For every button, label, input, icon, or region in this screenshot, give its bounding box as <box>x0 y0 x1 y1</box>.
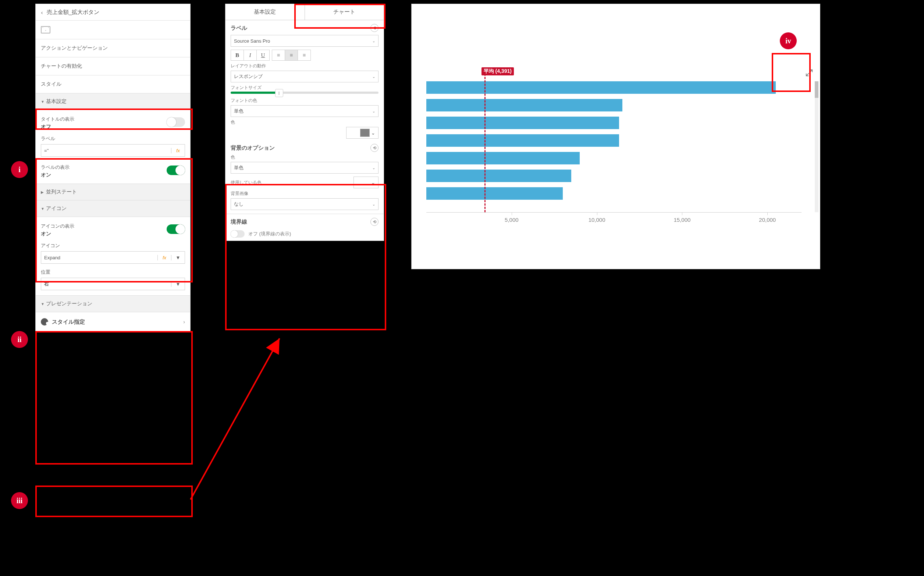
x-axis <box>426 212 801 213</box>
show-label-toggle[interactable] <box>166 165 185 175</box>
border-section-head: 境界線 ⟲ <box>225 214 384 227</box>
show-title-label: タイトルの表示 <box>41 116 74 123</box>
underline-button[interactable]: U <box>257 50 269 60</box>
reset-icon[interactable]: ⟲ <box>371 218 379 226</box>
chevron-down-icon: ⌄ <box>372 39 375 43</box>
bold-button[interactable]: B <box>231 50 244 60</box>
show-label-label: ラベルの表示 <box>41 164 70 171</box>
chevron-down-icon: ⌄ <box>372 166 375 170</box>
callout-ii: ii <box>11 331 28 348</box>
section-basic-body: タイトルの表示 オフ ラベル ='' fx ラベルの表示 オン <box>36 110 190 184</box>
show-icon-label: アイコンの表示 <box>41 223 74 229</box>
back-chevron-icon[interactable]: ‹ <box>38 9 45 16</box>
label-section-head: ラベル ⟲ <box>225 20 384 34</box>
chart-scrollbar[interactable] <box>815 81 818 212</box>
label-field-label: ラベル <box>41 135 185 142</box>
used-color-label: 使用している色 <box>231 179 262 186</box>
chevron-down-icon: ⌄ <box>372 75 375 79</box>
font-family-select[interactable]: Source Sans Pro⌄ <box>231 35 379 47</box>
align-right-button[interactable]: ≡ <box>298 50 310 60</box>
bg-color-short-label: 色 <box>225 154 384 160</box>
slider-knob[interactable]: || <box>275 89 283 97</box>
x-tick-label: 15,000 <box>674 217 691 223</box>
font-size-slider[interactable]: || <box>231 91 379 94</box>
callout-iv: iv <box>780 32 797 49</box>
fx-icon[interactable]: fx <box>157 255 171 261</box>
label-expression-input[interactable]: ='' fx <box>41 144 185 157</box>
bar[interactable] <box>426 99 622 112</box>
redbox-icon-body <box>35 331 193 464</box>
tab-basic[interactable]: 基本設定 <box>225 4 305 20</box>
fx-icon[interactable]: fx <box>171 148 185 154</box>
color-swatch <box>360 129 370 137</box>
section-basic[interactable]: ▼ 基本設定 <box>36 93 190 110</box>
item-style[interactable]: スタイル <box>36 75 190 93</box>
x-tick-label: 20,000 <box>759 217 776 223</box>
bg-options-head: 背景のオプション ⟲ <box>225 140 384 154</box>
show-icon-toggle[interactable] <box>166 224 185 234</box>
border-toggle[interactable] <box>231 230 245 238</box>
icon-select[interactable]: Expand fx ▼ <box>41 251 185 264</box>
bar[interactable] <box>426 81 776 94</box>
chevron-right-icon: › <box>183 319 185 325</box>
bg-color-mode-select[interactable]: 単色⌄ <box>231 162 379 174</box>
svg-line-0 <box>190 338 280 499</box>
message-row[interactable] <box>36 21 190 39</box>
section-icon-body: アイコンの表示 オン アイコン Expand fx ▼ 位置 右 ▼ <box>36 217 190 296</box>
x-tick <box>767 212 768 215</box>
bar[interactable] <box>426 170 571 182</box>
item-actions-navigation[interactable]: アクションとナビゲーション <box>36 39 190 58</box>
expand-icon <box>805 69 813 77</box>
caret-down-icon: ▼ <box>41 302 46 306</box>
bg-color-picker[interactable]: ⌄ <box>353 176 379 188</box>
tabs: 基本設定 チャート <box>225 4 384 20</box>
caret-down-icon: ▼ <box>41 100 46 104</box>
show-icon-value: オン <box>41 230 74 237</box>
format-row: B I U ≡ ≡ ≡ <box>225 48 384 62</box>
expand-button[interactable] <box>803 67 815 79</box>
italic-button[interactable]: I <box>244 50 257 60</box>
section-icon[interactable]: ▼ アイコン <box>36 200 190 217</box>
style-editor-panel: 基本設定 チャート ラベル ⟲ Source Sans Pro⌄ B I U ≡… <box>225 4 384 241</box>
align-left-button[interactable]: ≡ <box>272 50 285 60</box>
panel1-title: 売上金額_拡大ボタン <box>47 9 99 16</box>
dropdown-icon[interactable]: ▼ <box>171 282 185 287</box>
chevron-down-icon: ⌄ <box>371 130 375 136</box>
font-size-label: フォントサイズ <box>225 84 384 91</box>
properties-panel-style: ‹ 売上金額_拡大ボタン アクションとナビゲーション チャートの有効化 スタイル… <box>35 4 190 332</box>
tab-chart[interactable]: チャート <box>305 4 384 20</box>
panel1-header: ‹ 売上金額_拡大ボタン <box>36 4 190 21</box>
item-enable-chart[interactable]: チャートの有効化 <box>36 58 190 75</box>
layout-behavior-label: レイアウトの動作 <box>225 62 384 69</box>
x-tick <box>597 212 597 215</box>
bg-image-label: 背景画像 <box>225 190 384 197</box>
section-presentation[interactable]: ▼ プレゼンテーション <box>36 296 190 312</box>
align-center-button[interactable]: ≡ <box>285 50 298 60</box>
font-color-picker[interactable]: ⌄ <box>346 127 379 139</box>
bg-image-select[interactable]: なし⌄ <box>231 198 379 210</box>
show-title-toggle[interactable] <box>166 117 185 127</box>
bar[interactable] <box>426 117 619 129</box>
x-tick-label: 5,000 <box>505 217 519 223</box>
chevron-down-icon: ⌄ <box>371 180 375 186</box>
chevron-down-icon: ⌄ <box>372 202 375 206</box>
bar[interactable] <box>426 152 580 165</box>
section-parallel-states[interactable]: ▶ 並列ステート <box>36 184 190 200</box>
position-select[interactable]: 右 ▼ <box>41 278 185 290</box>
dropdown-icon[interactable]: ▼ <box>171 255 185 261</box>
layout-behavior-select[interactable]: レスポンシブ⌄ <box>231 70 379 82</box>
bar[interactable] <box>426 187 563 200</box>
callout-i: i <box>11 161 28 178</box>
color-short-label: 色 <box>225 118 384 125</box>
position-label: 位置 <box>41 269 185 275</box>
bar[interactable] <box>426 134 619 147</box>
average-label: 平均 (4,391) <box>481 67 514 75</box>
border-toggle-row: オフ (境界線の表示) <box>225 227 384 240</box>
style-designation-row[interactable]: スタイル指定 › <box>36 312 190 332</box>
bar-chart: 5,00010,00015,00020,000平均 (4,391) <box>411 4 820 269</box>
reset-icon[interactable]: ⟲ <box>371 144 379 152</box>
reset-icon[interactable]: ⟲ <box>371 24 379 32</box>
font-color-mode-select[interactable]: 単色⌄ <box>231 105 379 117</box>
caret-right-icon: ▶ <box>41 190 46 194</box>
average-line <box>484 70 486 212</box>
